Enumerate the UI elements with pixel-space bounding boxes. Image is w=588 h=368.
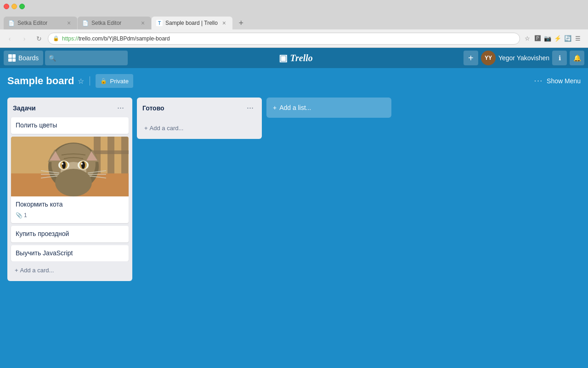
add-card-plus-icon: + [144,125,148,132]
star-icon[interactable]: ☆ [78,77,84,86]
svg-rect-6 [91,150,129,154]
list-zadachi: Задачи ··· Полить цветы [7,98,132,281]
browser-tab-2[interactable]: 📄 Setka Editor × [78,17,151,29]
browser-tab-bar: 📄 Setka Editor × 📄 Setka Editor × T Samp… [0,13,588,29]
trello-navbar: Boards 🔍 ▣ Trello + YY Yegor Yakovishen … [0,48,588,68]
tab-close-1[interactable]: × [65,19,73,27]
close-window-button[interactable] [4,4,9,9]
svg-point-29 [55,169,92,196]
boards-button[interactable]: Boards [4,51,43,65]
url-text: https://trello.com/b/Yj8LBPdm/sample-boa… [62,35,170,42]
boards-label: Boards [18,54,39,62]
card-kupit-proezdnoy[interactable]: Купить проездной [11,226,129,242]
add-card-label: Add a card... [20,267,54,274]
user-name-label[interactable]: Yegor Yakovishen [498,54,549,62]
list-cards-zadachi: Полить цветы [7,117,132,261]
card-text: Полить цветы [16,121,57,129]
more-dots[interactable]: ··· [534,77,543,85]
refresh2-icon[interactable]: 🔄 [563,34,572,43]
tab-close-3[interactable]: × [220,19,228,27]
new-tab-button[interactable]: + [235,17,248,29]
list-header-zadachi: Задачи ··· [7,98,132,117]
window-controls [4,4,25,9]
boards-grid-icon [8,54,16,62]
menu-icon[interactable]: ☰ [573,34,582,43]
show-menu-button[interactable]: Show Menu [547,77,581,85]
boards-icon-cell [8,58,12,62]
trello-logo-icon: ▣ [279,52,288,63]
browser-tab-3[interactable]: T Sample board | Trello × [152,17,232,29]
avatar-initials: YY [485,55,492,61]
browser-addressbar: ‹ › ↻ 🔒 https://trello.com/b/Yj8LBPdm/sa… [0,29,588,48]
minimize-window-button[interactable] [11,4,17,9]
back-button[interactable]: ‹ [4,33,16,45]
svg-rect-5 [121,137,128,173]
card-body-pokormit: Покормить кота 📎 1 [11,196,129,223]
forward-button[interactable]: › [18,33,30,45]
browser-titlebar [0,0,588,13]
tab-title-1: Setka Editor [17,20,62,26]
info-button[interactable]: ℹ [552,51,567,65]
add-card-button-gotovo[interactable]: + Add a card... [139,121,260,135]
list-title-gotovo: Готово [142,104,244,112]
browser-toolbar-icons: ☆ 🅿 📷 ⚡ 🔄 ☰ [523,34,584,43]
tab-favicon-1: 📄 [8,20,15,26]
add-global-button[interactable]: + [464,51,478,65]
trello-app: Boards 🔍 ▣ Trello + YY Yegor Yakovishen … [0,48,588,368]
list-title-zadachi: Задачи [13,104,114,112]
boards-icon-cell [12,58,16,62]
card-polit-cvety[interactable]: Полить цветы [11,117,129,134]
tab-favicon-3: T [156,20,163,26]
svg-point-18 [62,161,66,169]
svg-point-20 [62,163,63,165]
tab-close-2[interactable]: × [139,19,147,27]
add-card-button-zadachi[interactable]: + Add a card... [9,263,130,277]
card-image-pokormit [11,137,129,196]
board-title[interactable]: Sample board [7,75,74,87]
card-text: Выучить JavaScript [16,249,73,257]
add-list-label: Add a list... [279,104,311,111]
privacy-label: Private [110,78,128,85]
pocket-icon[interactable]: 🅿 [533,34,542,43]
add-card-label: Add a card... [150,125,184,132]
notifications-button[interactable]: 🔔 [570,51,584,65]
search-icon: 🔍 [49,55,56,62]
list-header-gotovo: Готово ··· [137,98,262,117]
svg-point-21 [81,163,83,165]
lock-icon: 🔒 [100,78,107,84]
maximize-window-button[interactable] [19,4,25,9]
url-bar[interactable]: 🔒 https://trello.com/b/Yj8LBPdm/sample-b… [48,33,520,45]
add-card-plus-icon: + [15,267,18,274]
svg-point-19 [81,161,85,169]
card-vyuchit-js[interactable]: Выучить JavaScript [11,245,129,262]
pocket2-icon[interactable]: ⚡ [553,34,562,43]
bookmark-icon[interactable]: ☆ [523,34,532,43]
browser-tab-1[interactable]: 📄 Setka Editor × [4,17,77,29]
search-box[interactable]: 🔍 [45,51,128,65]
browser-window: 📄 Setka Editor × 📄 Setka Editor × T Samp… [0,0,588,368]
user-avatar[interactable]: YY [481,51,496,65]
card-text: Купить проездной [16,230,69,237]
attachment-badge: 📎 1 [16,212,27,219]
header-right: ··· Show Menu [534,77,581,85]
list-cards-gotovo [137,117,262,119]
card-pokormit-kota[interactable]: Покормить кота 📎 1 [11,137,129,223]
screenshot-icon[interactable]: 📷 [543,34,552,43]
add-list-button[interactable]: + Add a list... [266,98,391,118]
card-badges: 📎 1 [16,212,124,219]
tab-favicon-2: 📄 [82,20,89,26]
privacy-button[interactable]: 🔒 Private [96,74,133,88]
url-host: trello.com/b/Yj8LBPdm/sample-board [79,35,170,42]
list-gotovo: Готово ··· + Add a card... [137,98,262,139]
trello-logo: ▣ Trello [130,52,462,63]
board-content: Задачи ··· Полить цветы [0,94,588,368]
list-menu-button-zadachi[interactable]: ··· [114,102,127,114]
header-divider [90,76,90,86]
url-protocol: https:// [62,35,79,42]
boards-icon-cell [8,54,12,58]
card-text: Покормить кота [16,201,63,208]
list-menu-button-gotovo[interactable]: ··· [244,102,256,114]
refresh-button[interactable]: ↻ [33,33,45,45]
nav-right-section: + YY Yegor Yakovishen ℹ 🔔 [464,51,584,65]
add-list-plus-icon: + [273,104,277,111]
